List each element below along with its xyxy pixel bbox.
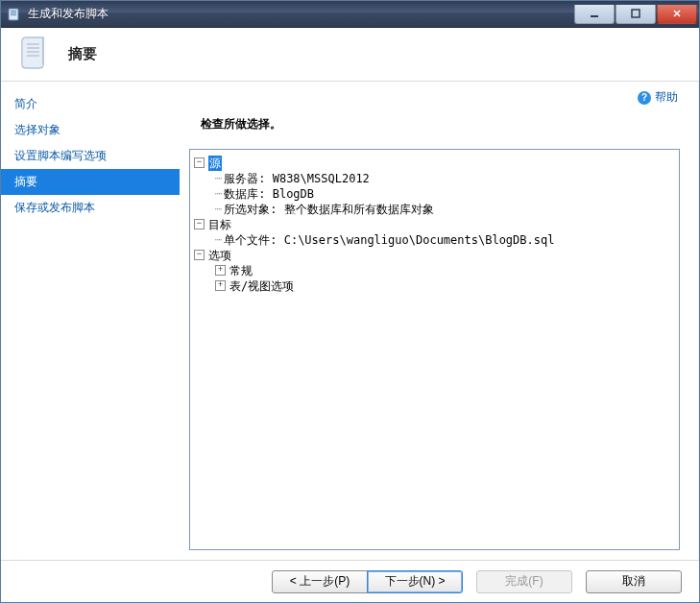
svg-rect-1 bbox=[11, 11, 16, 12]
wizard-header: 摘要 bbox=[1, 28, 699, 82]
wizard-steps-sidebar: 简介 选择对象 设置脚本编写选项 摘要 保存或发布脚本 bbox=[1, 82, 180, 560]
sidebar-item-options[interactable]: 设置脚本编写选项 bbox=[1, 143, 180, 169]
collapse-icon[interactable]: − bbox=[194, 250, 205, 260]
summary-tree: − 源 ┈服务器: W838\MSSQL2012 ┈数据库: BlogDB ┈所… bbox=[194, 156, 675, 294]
wizard-footer: < 上一步(P) 下一步(N) > 完成(F) 取消 bbox=[1, 560, 699, 602]
tree-leaf-database[interactable]: 数据库: BlogDB bbox=[224, 186, 314, 202]
tree-leaf-objects[interactable]: 所选对象: 整个数据库和所有数据库对象 bbox=[224, 202, 433, 217]
collapse-icon[interactable]: − bbox=[194, 157, 205, 168]
wizard-body: 简介 选择对象 设置脚本编写选项 摘要 保存或发布脚本 ? 帮助 检查所做选择。… bbox=[1, 82, 699, 560]
dialog-window: 生成和发布脚本 摘要 简介 选择对象 设置脚本编写选项 摘 bbox=[0, 0, 700, 603]
collapse-icon[interactable]: − bbox=[194, 219, 205, 229]
page-title: 摘要 bbox=[68, 45, 97, 63]
help-icon: ? bbox=[638, 91, 651, 105]
minimize-button[interactable] bbox=[574, 5, 615, 24]
tree-node-tableview[interactable]: 表/视图选项 bbox=[229, 278, 294, 294]
window-title: 生成和发布脚本 bbox=[28, 6, 573, 22]
sidebar-item-choose[interactable]: 选择对象 bbox=[1, 117, 180, 143]
cancel-button[interactable]: 取消 bbox=[586, 570, 682, 593]
wizard-content: ? 帮助 检查所做选择。 − 源 ┈服务器: W838\MSSQL2012 bbox=[180, 82, 699, 560]
tree-connector-icon: ┈ bbox=[215, 202, 222, 217]
prev-button[interactable]: < 上一步(P) bbox=[272, 570, 368, 593]
svg-rect-3 bbox=[11, 14, 16, 15]
window-buttons bbox=[573, 5, 697, 24]
tree-connector-icon: ┈ bbox=[215, 171, 222, 186]
tree-node-general[interactable]: 常规 bbox=[229, 263, 253, 278]
tree-leaf-server[interactable]: 服务器: W838\MSSQL2012 bbox=[224, 171, 370, 186]
expand-icon[interactable]: + bbox=[215, 280, 226, 291]
app-icon bbox=[7, 7, 22, 22]
svg-rect-4 bbox=[591, 15, 598, 17]
expand-icon[interactable]: + bbox=[215, 265, 226, 276]
sidebar-item-save[interactable]: 保存或发布脚本 bbox=[1, 195, 180, 221]
close-button[interactable] bbox=[657, 5, 697, 24]
tree-node-target[interactable]: 目标 bbox=[208, 217, 231, 232]
sidebar-item-summary[interactable]: 摘要 bbox=[1, 169, 180, 195]
help-label: 帮助 bbox=[655, 89, 678, 106]
tree-connector-icon: ┈ bbox=[215, 232, 222, 248]
tree-leaf-file[interactable]: 单个文件: C:\Users\wangliguo\Documents\BlogD… bbox=[224, 232, 554, 248]
sidebar-item-intro[interactable]: 简介 bbox=[1, 91, 180, 117]
svg-rect-2 bbox=[11, 12, 16, 13]
maximize-button[interactable] bbox=[616, 5, 656, 24]
svg-rect-5 bbox=[632, 10, 640, 17]
instruction-text: 检查所做选择。 bbox=[201, 116, 682, 133]
script-icon bbox=[16, 36, 55, 74]
finish-button: 完成(F) bbox=[476, 570, 572, 593]
summary-tree-box[interactable]: − 源 ┈服务器: W838\MSSQL2012 ┈数据库: BlogDB ┈所… bbox=[189, 149, 680, 550]
tree-connector-icon: ┈ bbox=[215, 186, 222, 202]
next-button[interactable]: 下一步(N) > bbox=[367, 570, 463, 593]
tree-node-options[interactable]: 选项 bbox=[208, 248, 231, 263]
help-link[interactable]: ? 帮助 bbox=[638, 89, 678, 106]
tree-node-source[interactable]: 源 bbox=[208, 156, 222, 171]
titlebar: 生成和发布脚本 bbox=[1, 1, 699, 28]
